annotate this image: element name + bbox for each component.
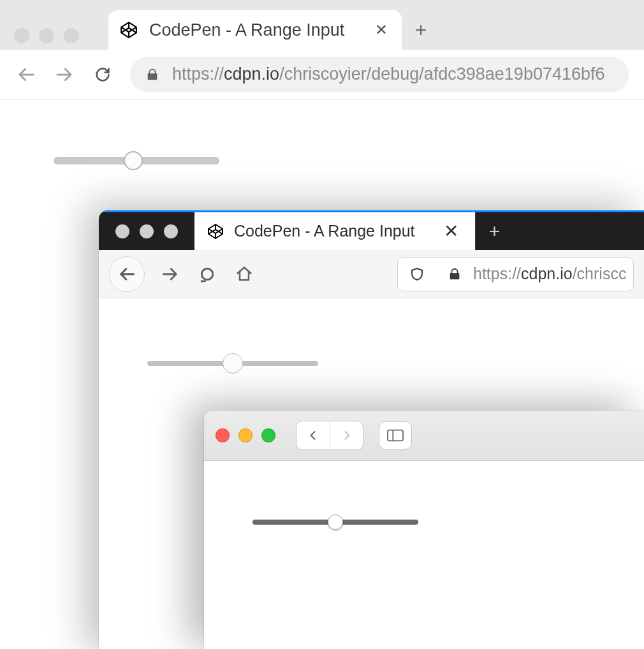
- tab-title: CodePen - A Range Input: [149, 20, 361, 40]
- window-controls: [14, 28, 79, 43]
- new-tab-button[interactable]: +: [402, 10, 440, 50]
- lock-icon: [448, 267, 462, 281]
- toolbar: [204, 411, 644, 461]
- window-maximize-button[interactable]: [64, 28, 79, 43]
- window-controls: [99, 212, 194, 250]
- lock-icon: [145, 68, 159, 82]
- reload-button[interactable]: [196, 263, 219, 286]
- safari-window: [204, 411, 644, 649]
- tab-close-button[interactable]: ✕: [372, 21, 390, 39]
- window-close-button[interactable]: [14, 28, 29, 43]
- forward-button[interactable]: [54, 64, 75, 85]
- toolbar: https://cdpn.io/chriscoyier/debug/afdc39…: [0, 50, 644, 99]
- shield-icon[interactable]: [409, 266, 425, 282]
- address-bar[interactable]: https://cdpn.io/chriscc: [397, 257, 634, 291]
- slider-thumb[interactable]: [124, 151, 143, 170]
- slider-thumb[interactable]: [223, 353, 243, 374]
- toolbar: https://cdpn.io/chriscc: [99, 250, 644, 298]
- window-controls: [216, 428, 275, 442]
- active-tab[interactable]: CodePen - A Range Input ✕: [108, 10, 402, 50]
- range-input[interactable]: [147, 361, 318, 366]
- tab-bar: CodePen - A Range Input ✕ +: [99, 210, 644, 250]
- page-content: [204, 461, 644, 649]
- back-button[interactable]: [296, 421, 330, 449]
- slider-track[interactable]: [147, 361, 318, 366]
- forward-button[interactable]: [159, 263, 182, 286]
- codepen-icon: [207, 223, 224, 240]
- sidebar-toggle-button[interactable]: [379, 421, 412, 449]
- window-minimize-button[interactable]: [140, 224, 154, 238]
- tab-close-button[interactable]: ✕: [440, 221, 462, 242]
- window-minimize-button[interactable]: [238, 428, 252, 442]
- window-maximize-button[interactable]: [261, 428, 275, 442]
- reload-button[interactable]: [92, 64, 113, 85]
- back-button[interactable]: [15, 64, 37, 85]
- nav-segment: [296, 421, 363, 450]
- slider-track[interactable]: [252, 520, 418, 525]
- window-maximize-button[interactable]: [164, 224, 178, 238]
- codepen-icon: [120, 21, 138, 39]
- tab-bar: CodePen - A Range Input ✕ +: [0, 0, 644, 50]
- active-tab[interactable]: CodePen - A Range Input ✕: [194, 212, 475, 250]
- new-tab-button[interactable]: +: [475, 212, 513, 250]
- address-bar[interactable]: https://cdpn.io/chriscoyier/debug/afdc39…: [130, 57, 629, 92]
- slider-track[interactable]: [54, 157, 219, 164]
- forward-button: [330, 421, 363, 449]
- svg-rect-0: [388, 430, 403, 441]
- window-close-button[interactable]: [115, 224, 129, 238]
- url-text: https://cdpn.io/chriscoyier/debug/afdc39…: [172, 64, 605, 84]
- window-minimize-button[interactable]: [39, 28, 54, 43]
- range-input[interactable]: [252, 520, 418, 525]
- range-input[interactable]: [54, 157, 219, 164]
- home-button[interactable]: [233, 263, 256, 286]
- window-close-button[interactable]: [216, 428, 230, 442]
- tab-title: CodePen - A Range Input: [234, 222, 430, 240]
- slider-thumb[interactable]: [328, 514, 343, 530]
- back-button[interactable]: [109, 256, 145, 292]
- url-text: https://cdpn.io/chriscc: [473, 265, 626, 283]
